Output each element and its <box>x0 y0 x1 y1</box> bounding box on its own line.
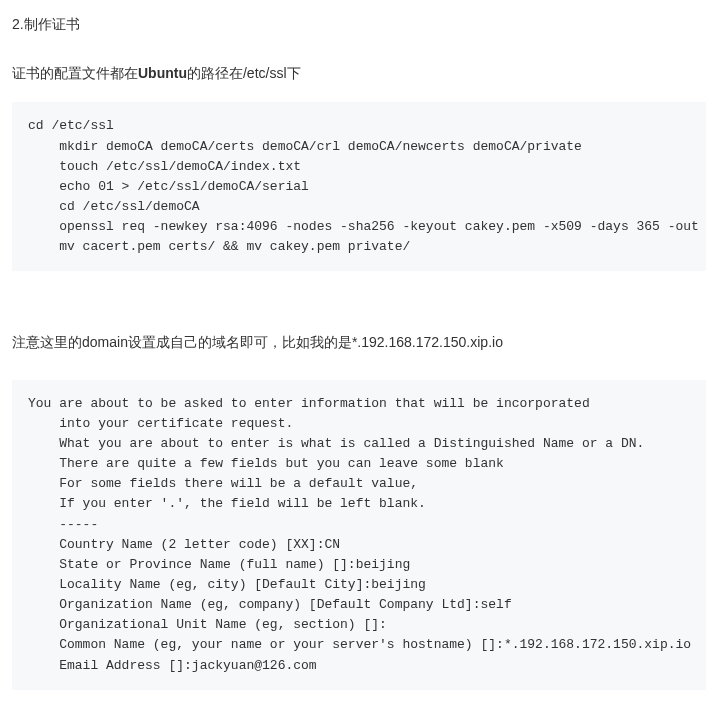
intro-prefix: 证书的配置文件都在 <box>12 65 138 81</box>
note-paragraph: 注意这里的domain设置成自己的域名即可，比如我的是*.192.168.172… <box>12 331 706 353</box>
code-block-openssl-prompt: You are about to be asked to enter infor… <box>12 380 706 690</box>
section-heading: 2.制作证书 <box>12 16 706 34</box>
intro-suffix: 的路径在/etc/ssl下 <box>187 65 301 81</box>
intro-bold: Ubuntu <box>138 65 187 81</box>
intro-paragraph: 证书的配置文件都在Ubuntu的路径在/etc/ssl下 <box>12 62 706 84</box>
code-block-cert-setup: cd /etc/ssl mkdir demoCA demoCA/certs de… <box>12 102 706 271</box>
